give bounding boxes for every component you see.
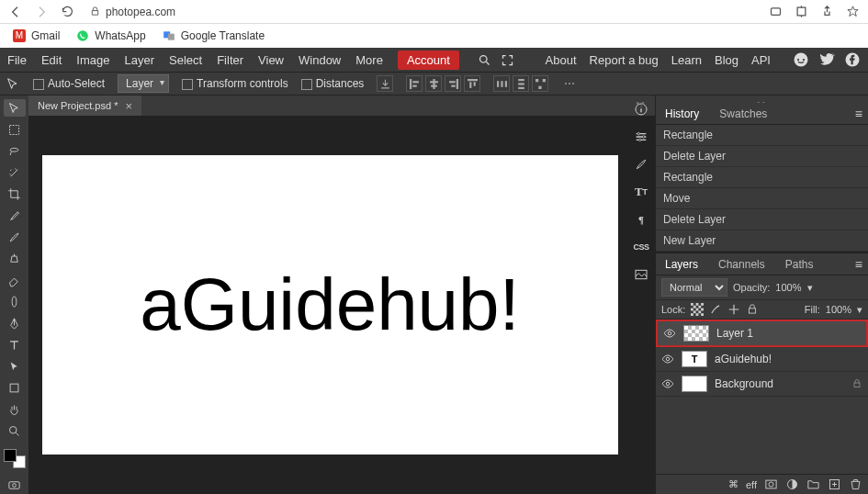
link-layers-icon[interactable]: ⌘	[728, 478, 738, 490]
reload-button[interactable]	[59, 4, 75, 20]
bookmark-google-translate[interactable]: Google Translate	[163, 29, 265, 42]
link-api[interactable]: API	[751, 53, 771, 67]
history-item[interactable]: Delete Layer	[656, 209, 868, 230]
link-learn[interactable]: Learn	[671, 53, 702, 67]
css-panel-icon[interactable]: CSS	[631, 237, 651, 257]
history-item[interactable]: New Layer	[656, 230, 868, 252]
marquee-tool[interactable]	[4, 120, 26, 138]
new-layer-icon[interactable]	[828, 477, 841, 491]
close-tab-icon[interactable]: ×	[125, 99, 132, 113]
quick-mask-icon[interactable]	[4, 476, 26, 493]
shape-tool[interactable]	[4, 379, 26, 397]
install-icon[interactable]	[767, 4, 783, 20]
distribute-h-icon[interactable]	[493, 75, 510, 92]
zoom-tool[interactable]	[4, 422, 26, 440]
distribute-v-icon[interactable]	[513, 75, 529, 92]
star-icon[interactable]	[844, 4, 861, 20]
fullscreen-icon[interactable]	[501, 53, 514, 67]
history-item[interactable]: Delete Layer	[656, 146, 868, 167]
layer-row[interactable]: Background	[656, 372, 868, 397]
menu-view[interactable]: View	[258, 53, 284, 67]
layer-mask-icon[interactable]	[764, 477, 778, 491]
tab-layers[interactable]: Layers	[661, 255, 702, 274]
opacity-value[interactable]: 100%	[775, 282, 801, 293]
auto-select-check[interactable]: Auto-Select	[33, 77, 105, 90]
blend-mode-select[interactable]: Normal	[661, 278, 727, 297]
history-item[interactable]: Move	[656, 188, 868, 209]
transform-controls-check[interactable]: Transform controls	[182, 77, 288, 90]
layer-effects-icon[interactable]: eff	[746, 479, 757, 490]
chevron-down-icon[interactable]: ▾	[857, 304, 862, 316]
brush-tool[interactable]	[4, 229, 26, 246]
layer-row[interactable]: T aGuidehub!	[656, 347, 868, 372]
brush-panel-icon[interactable]	[631, 154, 651, 174]
align-center-h-icon[interactable]	[425, 75, 442, 92]
type-tool[interactable]	[4, 336, 26, 354]
character-panel-icon[interactable]: TT	[631, 182, 651, 202]
reddit-icon[interactable]	[793, 51, 809, 68]
lock-brush-icon[interactable]	[709, 303, 722, 316]
move-tool[interactable]	[4, 99, 26, 117]
new-folder-icon[interactable]	[806, 477, 820, 491]
search-icon[interactable]	[478, 53, 491, 67]
download-icon[interactable]	[377, 75, 393, 92]
chevron-down-icon[interactable]: ▾	[807, 282, 813, 294]
eraser-tool[interactable]	[4, 272, 26, 289]
document-tab[interactable]: New Project.psd * ×	[28, 95, 141, 116]
image-panel-icon[interactable]	[631, 264, 651, 285]
layer-target-select[interactable]: Layer	[118, 74, 169, 93]
history-item[interactable]: Rectangle	[656, 125, 868, 146]
layer-row[interactable]: Layer 1	[656, 320, 868, 347]
distances-check[interactable]: Distances	[301, 77, 365, 90]
account-button[interactable]: Account	[398, 51, 459, 70]
tab-channels[interactable]: Channels	[715, 255, 769, 274]
menu-select[interactable]: Select	[169, 53, 202, 67]
forward-button[interactable]	[33, 4, 50, 20]
bookmark-gmail[interactable]: MGmail	[13, 29, 60, 42]
lock-move-icon[interactable]	[727, 303, 740, 316]
menu-image[interactable]: Image	[76, 53, 109, 67]
menu-file[interactable]: File	[7, 53, 27, 67]
menu-more[interactable]: More	[355, 53, 383, 67]
color-swatches[interactable]	[4, 449, 26, 468]
menu-edit[interactable]: Edit	[41, 53, 62, 67]
menu-window[interactable]: Window	[299, 53, 341, 67]
properties-panel-icon[interactable]	[631, 127, 651, 147]
gradient-tool[interactable]	[4, 293, 26, 310]
extension-icon[interactable]	[793, 4, 809, 20]
link-report[interactable]: Report a bug	[590, 53, 659, 67]
align-left-icon[interactable]	[406, 75, 423, 92]
clone-tool[interactable]	[4, 250, 26, 267]
back-button[interactable]	[7, 4, 24, 20]
hand-tool[interactable]	[4, 400, 26, 418]
panel-menu-icon[interactable]: ≡	[855, 257, 862, 272]
panel-menu-icon[interactable]: ≡	[855, 107, 862, 121]
link-blog[interactable]: Blog	[715, 53, 738, 67]
link-about[interactable]: About	[546, 53, 577, 67]
lock-pixels-icon[interactable]	[691, 303, 704, 316]
panel-drag-handle[interactable]: ••	[636, 98, 646, 108]
delete-layer-icon[interactable]	[849, 477, 862, 491]
menu-layer[interactable]: Layer	[125, 53, 155, 67]
wand-tool[interactable]	[4, 163, 26, 181]
fill-value[interactable]: 100%	[826, 304, 851, 315]
twitter-icon[interactable]	[818, 51, 835, 68]
more-align-icon[interactable]: ⋯	[561, 75, 578, 92]
paragraph-panel-icon[interactable]: ¶	[631, 209, 651, 230]
lasso-tool[interactable]	[4, 142, 26, 160]
eyedropper-tool[interactable]	[4, 207, 26, 224]
tab-swatches[interactable]: Swatches	[716, 105, 771, 123]
crop-tool[interactable]	[4, 185, 26, 203]
lock-all-icon[interactable]	[746, 303, 759, 316]
bookmark-whatsapp[interactable]: WhatsApp	[76, 29, 145, 42]
share-icon[interactable]	[818, 4, 835, 20]
history-item[interactable]: Rectangle	[656, 167, 868, 188]
path-select-tool[interactable]	[4, 357, 26, 375]
pen-tool[interactable]	[4, 315, 26, 332]
canvas[interactable]: aGuidehub!	[42, 155, 618, 455]
distribute-3-icon[interactable]	[532, 75, 548, 92]
tab-paths[interactable]: Paths	[782, 255, 817, 274]
visibility-icon[interactable]	[661, 353, 674, 365]
visibility-icon[interactable]	[663, 327, 676, 340]
menu-filter[interactable]: Filter	[217, 53, 243, 67]
